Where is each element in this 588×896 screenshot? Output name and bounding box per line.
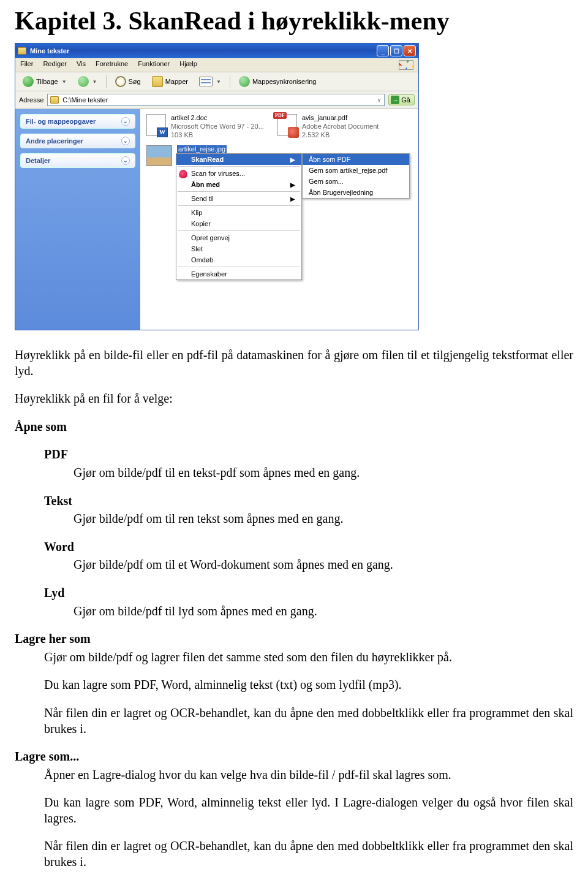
paragraph: Høyreklikk på en bilde-fil eller en pdf-… xyxy=(15,347,573,379)
ctx-item-sendto[interactable]: Send til ▶ xyxy=(176,193,301,204)
skanread-submenu: Åbn som PDF Gem som artikel_rejse.pdf Ge… xyxy=(302,153,410,199)
heading-lyd: Lyd xyxy=(15,585,573,601)
file-meta: Adobe Acrobat Document xyxy=(302,123,379,131)
ctx-label: Omdøb xyxy=(191,256,214,264)
chevron-icon[interactable]: ⌄ xyxy=(121,117,130,126)
sub-label: Gem som... xyxy=(309,178,344,185)
ctx-label: Send til xyxy=(191,195,214,202)
paragraph: Høyreklikk på en fil for å velge: xyxy=(15,391,573,407)
chevron-down-icon: ▼ xyxy=(92,79,97,85)
ctx-item-cut[interactable]: Klip xyxy=(176,207,301,218)
paragraph: Du kan lagre som PDF, Word, alminnelig t… xyxy=(15,795,573,826)
go-arrow-icon: → xyxy=(391,96,399,104)
search-icon xyxy=(115,76,126,87)
title-bar: Mine tekster _ ☐ ✕ xyxy=(15,44,418,58)
back-icon xyxy=(23,76,34,87)
ctx-item-scan[interactable]: Scan for viruses... xyxy=(176,168,301,179)
menu-item[interactable]: Rediger xyxy=(43,60,67,70)
go-label: Gå xyxy=(401,96,410,104)
side-panel-details[interactable]: Detaljer ⌄ xyxy=(20,153,135,168)
file-meta: 103 KB xyxy=(171,131,264,140)
ctx-item-rename[interactable]: Omdøb xyxy=(176,254,301,265)
sub-item-open-guide[interactable]: Åbn Brugervejledning xyxy=(303,187,409,198)
toolbar: Tilbage ▼ ▼ Søg Mapper ▼ Mappesynkronise… xyxy=(15,72,418,91)
file-name: avis_januar.pdf xyxy=(302,114,379,123)
folders-label: Mapper xyxy=(165,78,188,85)
sub-item-save-as[interactable]: Gem som... xyxy=(303,176,409,187)
side-panel-places[interactable]: Andre placeringer ⌄ xyxy=(20,134,135,148)
folders-button[interactable]: Mapper xyxy=(148,75,192,88)
submenu-arrow-icon: ▶ xyxy=(290,196,295,202)
file-name: artikel 2.doc xyxy=(171,114,264,123)
search-button[interactable]: Søg xyxy=(111,75,145,88)
sub-label: Åbn som PDF xyxy=(309,156,350,163)
heading-lagre-som: Lagre som... xyxy=(15,749,573,765)
go-button[interactable]: → Gå xyxy=(388,94,415,105)
folder-icon xyxy=(50,96,59,104)
menu-item[interactable]: Filer xyxy=(20,60,33,70)
views-button[interactable]: ▼ xyxy=(195,75,225,88)
heading-word: Word xyxy=(15,539,573,555)
side-panel-tasks[interactable]: Fil- og mappeopgaver ⌄ xyxy=(20,114,135,129)
sync-button[interactable]: Mappesynkronisering xyxy=(235,75,320,88)
ctx-item-shortcut[interactable]: Opret genvej xyxy=(176,232,301,243)
menu-bar: Filer Rediger Vis Foretrukne Funktioner … xyxy=(15,58,418,72)
ctx-item-skanread[interactable]: SkanRead ▶ xyxy=(176,154,301,165)
address-bar: Adresse C:\Mine tekster v → Gå xyxy=(15,91,418,109)
ctx-label: Scan for viruses... xyxy=(191,170,245,177)
paragraph: Når filen din er lagret og OCR-behandlet… xyxy=(15,838,573,870)
paragraph: Når filen din er lagret og OCR-behandlet… xyxy=(15,705,573,737)
ctx-item-delete[interactable]: Slet xyxy=(176,243,301,254)
minimize-button[interactable]: _ xyxy=(377,45,389,56)
menu-item[interactable]: Hjælp xyxy=(179,60,197,70)
heading-apne-som: Åpne som xyxy=(15,419,573,435)
views-icon xyxy=(199,77,213,86)
windows-flag-icon xyxy=(399,60,413,70)
ctx-label: Egenskaber xyxy=(191,270,227,278)
chevron-down-icon: ▼ xyxy=(62,79,67,85)
task-pane: Fil- og mappeopgaver ⌄ Andre placeringer… xyxy=(15,109,140,330)
heading-pdf: PDF xyxy=(15,447,573,463)
sub-item-open-pdf[interactable]: Åbn som PDF xyxy=(303,154,409,165)
ctx-item-openwith[interactable]: Åbn med ▶ xyxy=(176,179,301,190)
shield-icon xyxy=(179,170,187,178)
address-value: C:\Mine tekster xyxy=(62,96,108,104)
search-label: Søg xyxy=(129,78,141,85)
paragraph: Gjør bilde/pdf om til ren tekst som åpne… xyxy=(15,511,573,527)
file-item-pdf[interactable]: PDF avis_januar.pdf Adobe Acrobat Docume… xyxy=(277,114,400,139)
chevron-icon[interactable]: ⌄ xyxy=(121,156,130,165)
ctx-item-copy[interactable]: Kopier xyxy=(176,218,301,229)
menu-item[interactable]: Foretrukne xyxy=(96,60,128,70)
back-label: Tilbage xyxy=(36,78,58,85)
window-title: Mine tekster xyxy=(30,47,69,55)
menu-item[interactable]: Vis xyxy=(77,60,86,70)
ctx-item-properties[interactable]: Egenskaber xyxy=(176,268,301,279)
folders-icon xyxy=(152,76,163,87)
body-text: Høyreklikk på en bilde-fil eller en pdf-… xyxy=(15,347,573,870)
paragraph: Du kan lagre som PDF, Word, alminnelig t… xyxy=(15,677,573,693)
paragraph: Gjør om bilde/pdf til lyd som åpnes med … xyxy=(15,604,573,620)
menu-item[interactable]: Funktioner xyxy=(138,60,170,70)
chevron-down-icon: ▼ xyxy=(216,79,221,85)
side-panel-title: Fil- og mappeopgaver xyxy=(26,118,96,125)
address-label: Adresse xyxy=(19,96,43,104)
ctx-label: Opret genvej xyxy=(191,234,230,241)
sync-label: Mappesynkronisering xyxy=(252,78,317,85)
file-meta: 2.532 KB xyxy=(302,131,379,140)
sync-icon xyxy=(239,76,250,87)
forward-button[interactable]: ▼ xyxy=(74,75,101,88)
chevron-icon[interactable]: ⌄ xyxy=(121,137,130,145)
back-button[interactable]: Tilbage ▼ xyxy=(19,75,70,88)
close-button[interactable]: ✕ xyxy=(404,45,416,56)
address-input[interactable]: C:\Mine tekster v xyxy=(47,94,385,106)
folder-icon xyxy=(18,47,26,55)
chevron-down-icon[interactable]: v xyxy=(377,97,382,103)
paragraph: Åpner en Lagre-dialog hvor du kan velge … xyxy=(15,767,573,783)
sub-item-save-here-pdf[interactable]: Gem som artikel_rejse.pdf xyxy=(303,165,409,176)
sub-label: Gem som artikel_rejse.pdf xyxy=(309,167,387,174)
pdf-file-icon: PDF xyxy=(277,114,297,136)
file-item-doc[interactable]: artikel 2.doc Microsoft Office Word 97 -… xyxy=(146,114,269,139)
context-menu: SkanRead ▶ Scan for viruses... Åbn med ▶… xyxy=(176,153,302,280)
explorer-window: Mine tekster _ ☐ ✕ Filer Rediger Vis For… xyxy=(15,43,419,330)
maximize-button[interactable]: ☐ xyxy=(390,45,402,56)
